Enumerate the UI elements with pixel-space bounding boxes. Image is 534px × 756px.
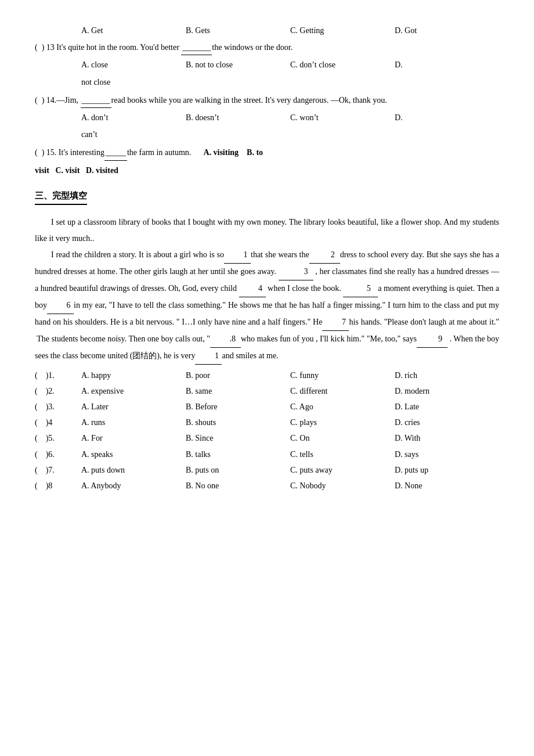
q15-text: ( ) 15. It's interesting_____the farm in… bbox=[35, 148, 263, 157]
mc-8-b: B. No one bbox=[186, 478, 290, 493]
q14-blank: _______ bbox=[81, 93, 111, 108]
mc-1-d: D. rich bbox=[395, 368, 499, 383]
q13-prefix: ( ) 13 It's quite hot in the room. You'd… bbox=[35, 43, 293, 52]
mc-row-7: ( )7. A. puts down B. puts on C. puts aw… bbox=[35, 463, 499, 477]
blank-8: .8 bbox=[210, 331, 241, 348]
passage-p2: I read the children a story. It is about… bbox=[35, 247, 499, 365]
passage-block: I set up a classroom library of books th… bbox=[35, 214, 499, 365]
mc-3-prefix: ( )3. bbox=[35, 399, 81, 414]
q12-option-b: B. Gets bbox=[186, 23, 290, 38]
mc-5-b: B. Since bbox=[186, 431, 290, 445]
q13-option-d: D. bbox=[395, 57, 499, 72]
mc-row-2: ( )2. A. expensive B. same C. different … bbox=[35, 384, 499, 398]
mc-6-b: B. talks bbox=[186, 447, 290, 462]
mc-3-a: A. Later bbox=[81, 399, 186, 414]
q14-option-c: C. won’t bbox=[290, 110, 395, 125]
q14-line: ( ) 14.—Jim, _______read books while you… bbox=[35, 93, 499, 108]
q15-options-cont: visit C. visit D. visited bbox=[35, 163, 499, 178]
blank-5: 5 bbox=[343, 280, 378, 297]
mc-6-prefix: ( )6. bbox=[35, 447, 81, 462]
section3-header-wrapper: 三、完型填空 bbox=[35, 183, 499, 210]
mc-6-c: C. tells bbox=[290, 447, 395, 462]
q13-option-c: C. don’t close bbox=[290, 57, 395, 72]
q12-options: A. Get B. Gets C. Getting D. Got bbox=[35, 23, 499, 38]
blank-7: 7 bbox=[322, 314, 349, 331]
mc-row-1: ( )1. A. happy B. poor C. funny D. rich bbox=[35, 368, 499, 383]
blank-3: 3 bbox=[279, 264, 313, 280]
q14-d-extra: can’t bbox=[35, 127, 499, 142]
mc-5-d: D. With bbox=[395, 431, 499, 445]
q13-options: A. close B. not to close C. don’t close … bbox=[35, 57, 499, 72]
mc-8-a: A. Anybody bbox=[81, 478, 186, 493]
mc-4-c: C. plays bbox=[290, 415, 395, 430]
mc-7-prefix: ( )7. bbox=[35, 463, 81, 477]
mc-5-prefix: ( )5. bbox=[35, 431, 81, 445]
mc-2-d: D. modern bbox=[395, 384, 499, 398]
q15-option-b-bold: B. to bbox=[247, 148, 263, 157]
mc-5-c: C. On bbox=[290, 431, 395, 445]
mc-8-d: D. None bbox=[395, 478, 499, 493]
q14-options: A. don’t B. doesn’t C. won’t D. bbox=[35, 110, 499, 125]
mc-7-b: B. puts on bbox=[186, 463, 290, 477]
mc-3-d: D. Late bbox=[395, 399, 499, 414]
mc-8-prefix: ( )8 bbox=[35, 478, 81, 493]
mc-1-a: A. happy bbox=[81, 368, 186, 383]
mc-4-prefix: ( )4 bbox=[35, 415, 81, 430]
mc-row-4: ( )4 A. runs B. shouts C. plays D. cries bbox=[35, 415, 499, 430]
blank-2: 2 bbox=[309, 247, 340, 264]
mc-2-c: C. different bbox=[290, 384, 395, 398]
mc-4-a: A. runs bbox=[81, 415, 186, 430]
q12-option-d: D. Got bbox=[395, 23, 499, 38]
blank-1: 1 bbox=[224, 247, 251, 264]
mc-8-c: C. Nobody bbox=[290, 478, 395, 493]
passage-p1: I set up a classroom library of books th… bbox=[35, 214, 499, 247]
mc-2-a: A. expensive bbox=[81, 384, 186, 398]
mc-answers-block: ( )1. A. happy B. poor C. funny D. rich … bbox=[35, 368, 499, 494]
section3-header: 三、完型填空 bbox=[35, 188, 87, 205]
mc-5-a: A. For bbox=[81, 431, 186, 445]
q12-option-a: A. Get bbox=[81, 23, 186, 38]
blank-4: 4 bbox=[239, 280, 266, 297]
mc-4-d: D. cries bbox=[395, 415, 499, 430]
blank-6: 6 bbox=[47, 297, 74, 314]
mc-6-d: D. says bbox=[395, 447, 499, 462]
mc-1-c: C. funny bbox=[290, 368, 395, 383]
mc-row-6: ( )6. A. speaks B. talks C. tells D. say… bbox=[35, 447, 499, 462]
mc-1-b: B. poor bbox=[186, 368, 290, 383]
q15-blank: _____ bbox=[104, 145, 127, 160]
q15-visit-label: visit C. visit D. visited bbox=[35, 166, 118, 175]
q13-line: ( ) 13 It's quite hot in the room. You'd… bbox=[35, 40, 499, 55]
mc-row-8: ( )8 A. Anybody B. No one C. Nobody D. N… bbox=[35, 478, 499, 493]
mc-2-b: B. same bbox=[186, 384, 290, 398]
mc-2-prefix: ( )2. bbox=[35, 384, 81, 398]
mc-7-d: D. puts up bbox=[395, 463, 499, 477]
q12-option-c: C. Getting bbox=[290, 23, 395, 38]
q14-option-b: B. doesn’t bbox=[186, 110, 290, 125]
mc-6-a: A. speaks bbox=[81, 447, 186, 462]
q13-option-b: B. not to close bbox=[186, 57, 290, 72]
blank-9: 9 bbox=[417, 331, 448, 348]
q14-option-d: D. bbox=[395, 110, 499, 125]
mc-4-b: B. shouts bbox=[186, 415, 290, 430]
mc-7-a: A. puts down bbox=[81, 463, 186, 477]
mc-row-5: ( )5. A. For B. Since C. On D. With bbox=[35, 431, 499, 445]
q13-d-extra: not close bbox=[35, 75, 499, 89]
q13-blank: _______ bbox=[181, 40, 212, 55]
q15-option-a-bold: A. visiting bbox=[203, 148, 239, 157]
mc-3-c: C. Ago bbox=[290, 399, 395, 414]
q15-line: ( ) 15. It's interesting_____the farm in… bbox=[35, 145, 499, 160]
q14-option-a: A. don’t bbox=[81, 110, 186, 125]
mc-1-prefix: ( )1. bbox=[35, 368, 81, 383]
q13-option-a: A. close bbox=[81, 57, 186, 72]
mc-row-3: ( )3. A. Later B. Before C. Ago D. Late bbox=[35, 399, 499, 414]
blank-10: 1 bbox=[195, 348, 222, 365]
q14-text: ( ) 14.—Jim, _______read books while you… bbox=[35, 96, 387, 105]
mc-7-c: C. puts away bbox=[290, 463, 395, 477]
mc-3-b: B. Before bbox=[186, 399, 290, 414]
